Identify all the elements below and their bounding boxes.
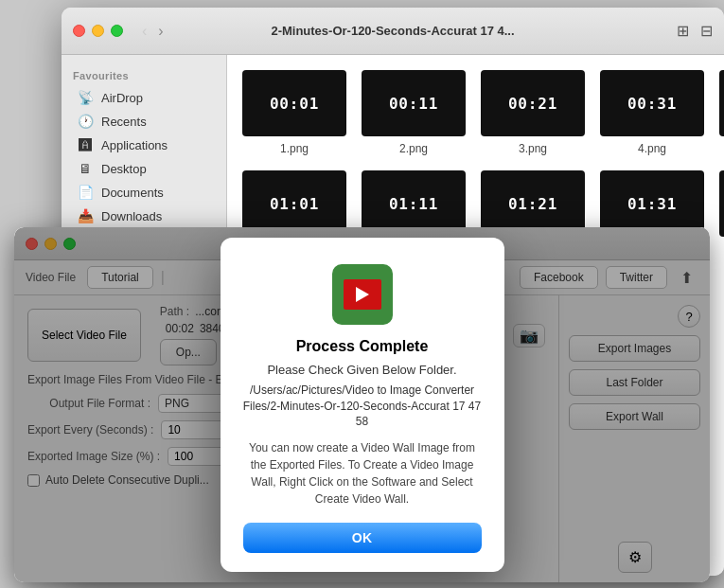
- maximize-button[interactable]: [111, 25, 123, 37]
- nav-arrows: ‹ ›: [138, 21, 168, 42]
- thumbnail-time: 01:31: [627, 195, 677, 213]
- thumbnail-item[interactable]: 00:31 4.png: [600, 70, 704, 155]
- thumbnail-time: 00:31: [627, 95, 677, 113]
- thumbnail-box: 00:01: [242, 70, 346, 136]
- finder-titlebar: ‹ › 2-Minutes-Or-120-Seconds-Accurat 17 …: [62, 8, 724, 55]
- thumbnail-time: 01:01: [270, 195, 319, 213]
- app-window: Video To Image Converter by MurGaa.com V…: [14, 227, 710, 582]
- thumbnail-item[interactable]: 00:01 1.png: [242, 70, 346, 155]
- thumbnail-item[interactable]: 01:41 10.png: [719, 170, 724, 256]
- dialog-body-text: You can now create a Video Wall Image fr…: [243, 439, 482, 508]
- thumbnail-time: 01:11: [389, 195, 438, 213]
- thumbnail-label: 4.png: [638, 142, 666, 155]
- forward-arrow[interactable]: ›: [154, 21, 167, 42]
- finder-title: 2-Minutes-Or-120-Seconds-Accurat 17 4...: [271, 24, 514, 38]
- dialog-title: Process Complete: [296, 338, 429, 355]
- sidebar-favourites-label: Favourites: [62, 66, 226, 85]
- sidebar-applications-label: Applications: [101, 138, 168, 152]
- airdrop-icon: 📡: [77, 90, 94, 105]
- documents-icon: 📄: [77, 185, 94, 200]
- sidebar-downloads-label: Downloads: [101, 209, 162, 223]
- close-button[interactable]: [73, 25, 85, 37]
- dialog-overlay: Process Complete Please Check Given Belo…: [14, 227, 710, 582]
- thumbnail-label: 3.png: [519, 142, 547, 155]
- finder-toolbar-icons: ⊞ ⊟: [677, 22, 713, 40]
- thumbnail-label: 1.png: [280, 142, 309, 155]
- dialog-box: Process Complete Please Check Given Belo…: [221, 238, 504, 572]
- sidebar-item-airdrop[interactable]: 📡 AirDrop: [65, 86, 222, 109]
- minimize-button[interactable]: [92, 25, 104, 37]
- thumbnail-item[interactable]: 00:21 3.png: [481, 70, 585, 155]
- applications-icon: 🅰: [77, 137, 94, 152]
- thumbnail-time: 00:21: [508, 95, 557, 113]
- sidebar-desktop-label: Desktop: [101, 162, 147, 176]
- sidebar-item-documents[interactable]: 📄 Documents: [65, 181, 222, 204]
- back-arrow[interactable]: ‹: [138, 21, 150, 42]
- video-film-icon: [344, 279, 381, 310]
- thumbnail-item[interactable]: 00:11 2.png: [362, 70, 466, 155]
- recents-icon: 🕐: [77, 114, 94, 129]
- sidebar-item-desktop[interactable]: 🖥 Desktop: [65, 157, 222, 180]
- sidebar-item-downloads[interactable]: 📥 Downloads: [65, 205, 222, 227]
- sidebar-item-recents[interactable]: 🕐 Recents: [65, 110, 222, 133]
- desktop-icon: 🖥: [77, 161, 94, 176]
- sidebar-documents-label: Documents: [101, 186, 164, 200]
- sidebar-item-applications[interactable]: 🅰 Applications: [65, 134, 222, 156]
- sidebar-recents-label: Recents: [101, 115, 147, 129]
- grid-view-icon[interactable]: ⊞: [677, 22, 689, 40]
- thumbnail-box: 00:11: [362, 70, 466, 136]
- thumbnail-item[interactable]: 00:41 5.png: [719, 70, 724, 155]
- downloads-icon: 📥: [77, 208, 94, 223]
- thumbnail-time: 00:11: [389, 95, 438, 113]
- thumbnail-box: 01:41: [719, 170, 724, 237]
- thumbnail-label: 2.png: [399, 142, 428, 155]
- thumbnail-box: 00:21: [481, 70, 585, 136]
- thumbnail-time: 00:01: [270, 95, 319, 113]
- dialog-path: /Users/ac/Pictures/Video to Image Conver…: [243, 383, 482, 430]
- thumbnail-time: 01:21: [508, 195, 557, 213]
- sidebar-airdrop-label: AirDrop: [101, 91, 143, 105]
- thumbnail-box: 00:41: [719, 70, 724, 136]
- dialog-icon: [332, 264, 393, 325]
- window-buttons: [73, 25, 123, 37]
- list-view-icon[interactable]: ⊟: [700, 22, 713, 40]
- dialog-ok-button[interactable]: OK: [243, 523, 482, 553]
- dialog-subtitle: Please Check Given Below Folder.: [267, 363, 456, 377]
- thumbnail-box: 00:31: [600, 70, 704, 136]
